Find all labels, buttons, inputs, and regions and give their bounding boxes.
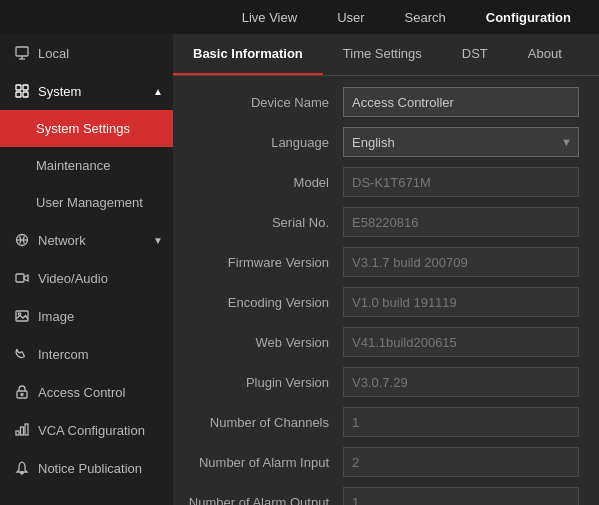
- grid-icon: [14, 83, 30, 99]
- tab-about[interactable]: About: [508, 34, 582, 75]
- form-label: Number of Alarm Input: [183, 455, 343, 470]
- top-navigation: Live View User Search Configuration: [0, 0, 599, 34]
- svg-rect-15: [21, 427, 24, 435]
- form-label: Firmware Version: [183, 255, 343, 270]
- form-field-editable[interactable]: [343, 87, 579, 117]
- form-row: Plugin VersionV3.0.7.29: [183, 366, 579, 398]
- svg-rect-5: [16, 92, 21, 97]
- language-select-wrapper[interactable]: English▼: [343, 127, 579, 157]
- svg-rect-9: [16, 274, 24, 282]
- nav-search[interactable]: Search: [385, 0, 466, 34]
- form-content: Device NameLanguageEnglish▼ModelDS-K1T67…: [173, 76, 599, 505]
- form-label: Language: [183, 135, 343, 150]
- bell-icon: [14, 460, 30, 476]
- language-select[interactable]: English: [344, 135, 578, 150]
- sidebar-label-maintenance: Maintenance: [36, 158, 110, 173]
- form-label: Number of Channels: [183, 415, 343, 430]
- sidebar-label-user-management: User Management: [36, 195, 143, 210]
- svg-rect-16: [25, 424, 28, 435]
- form-row: Number of Alarm Output1: [183, 486, 579, 505]
- form-field-readonly: V41.1build200615: [343, 327, 579, 357]
- sidebar-item-notice-publication[interactable]: Notice Publication: [0, 449, 173, 487]
- chevron-up-icon: ▲: [153, 86, 163, 97]
- sidebar-item-system[interactable]: System ▲: [0, 72, 173, 110]
- tab-bar: Basic Information Time Settings DST Abou…: [173, 34, 599, 76]
- form-row: ModelDS-K1T671M: [183, 166, 579, 198]
- form-field-readonly: V3.1.7 build 200709: [343, 247, 579, 277]
- sidebar-item-network[interactable]: Network ▼: [0, 221, 173, 259]
- video-icon: [14, 270, 30, 286]
- form-label: Number of Alarm Output: [183, 495, 343, 506]
- sidebar-label-system: System: [38, 84, 81, 99]
- form-row: LanguageEnglish▼: [183, 126, 579, 158]
- sidebar-item-vca-configuration[interactable]: VCA Configuration: [0, 411, 173, 449]
- form-field-readonly: 1: [343, 487, 579, 505]
- form-row: Number of Alarm Input2: [183, 446, 579, 478]
- sidebar-label-system-settings: System Settings: [36, 121, 130, 136]
- form-label: Web Version: [183, 335, 343, 350]
- device-name-input[interactable]: [352, 95, 570, 110]
- network-icon: [14, 232, 30, 248]
- form-row: Firmware VersionV3.1.7 build 200709: [183, 246, 579, 278]
- chart-icon: [14, 422, 30, 438]
- form-label: Device Name: [183, 95, 343, 110]
- form-label: Encoding Version: [183, 295, 343, 310]
- main-layout: Local System ▲ System Settings Maintenan…: [0, 34, 599, 505]
- form-row: Device Name: [183, 86, 579, 118]
- sidebar-label-access-control: Access Control: [38, 385, 125, 400]
- svg-rect-12: [17, 391, 27, 398]
- sidebar-item-maintenance[interactable]: Maintenance: [0, 147, 173, 184]
- sidebar-item-intercom[interactable]: Intercom: [0, 335, 173, 373]
- monitor-icon: [14, 45, 30, 61]
- sidebar-item-local[interactable]: Local: [0, 34, 173, 72]
- image-icon: [14, 308, 30, 324]
- sidebar-label-local: Local: [38, 46, 69, 61]
- sidebar-item-user-management[interactable]: User Management: [0, 184, 173, 221]
- svg-rect-6: [23, 92, 28, 97]
- nav-configuration[interactable]: Configuration: [466, 0, 591, 34]
- phone-icon: [14, 346, 30, 362]
- sidebar-label-intercom: Intercom: [38, 347, 89, 362]
- form-row: Web VersionV41.1build200615: [183, 326, 579, 358]
- sidebar-label-image: Image: [38, 309, 74, 324]
- form-field-readonly: DS-K1T671M: [343, 167, 579, 197]
- svg-point-13: [21, 394, 23, 396]
- svg-rect-14: [16, 431, 19, 435]
- form-row: Number of Channels1: [183, 406, 579, 438]
- sidebar-item-system-settings[interactable]: System Settings: [0, 110, 173, 147]
- nav-liveview[interactable]: Live View: [222, 0, 317, 34]
- sidebar: Local System ▲ System Settings Maintenan…: [0, 34, 173, 505]
- form-label: Plugin Version: [183, 375, 343, 390]
- lock-icon: [14, 384, 30, 400]
- svg-rect-4: [23, 85, 28, 90]
- form-field-readonly: E58220816: [343, 207, 579, 237]
- svg-rect-3: [16, 85, 21, 90]
- sidebar-item-image[interactable]: Image: [0, 297, 173, 335]
- sidebar-item-access-control[interactable]: Access Control: [0, 373, 173, 411]
- svg-rect-0: [16, 47, 28, 56]
- form-field-readonly: 1: [343, 407, 579, 437]
- svg-point-11: [18, 313, 20, 315]
- form-row: Encoding VersionV1.0 build 191119: [183, 286, 579, 318]
- sidebar-item-video-audio[interactable]: Video/Audio: [0, 259, 173, 297]
- form-label: Model: [183, 175, 343, 190]
- sidebar-label-video-audio: Video/Audio: [38, 271, 108, 286]
- sidebar-label-network: Network: [38, 233, 86, 248]
- form-row: Serial No.E58220816: [183, 206, 579, 238]
- sidebar-label-notice-publication: Notice Publication: [38, 461, 142, 476]
- tab-time-settings[interactable]: Time Settings: [323, 34, 442, 75]
- nav-user[interactable]: User: [317, 0, 384, 34]
- form-label: Serial No.: [183, 215, 343, 230]
- tab-dst[interactable]: DST: [442, 34, 508, 75]
- form-field-readonly: V3.0.7.29: [343, 367, 579, 397]
- form-field-readonly: 2: [343, 447, 579, 477]
- form-field-readonly: V1.0 build 191119: [343, 287, 579, 317]
- tab-basic-information[interactable]: Basic Information: [173, 34, 323, 75]
- chevron-down-icon: ▼: [153, 235, 163, 246]
- content-area: Basic Information Time Settings DST Abou…: [173, 34, 599, 505]
- sidebar-label-vca-configuration: VCA Configuration: [38, 423, 145, 438]
